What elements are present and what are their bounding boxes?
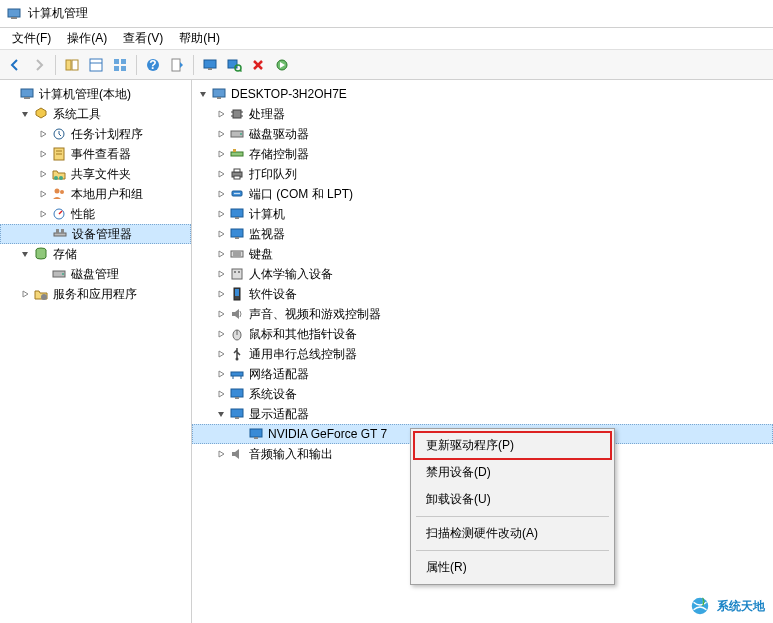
chevron-right-icon[interactable]	[214, 287, 228, 301]
tree-root-computer-mgmt[interactable]: 计算机管理(本地)	[0, 84, 191, 104]
tree-event-viewer[interactable]: 事件查看器	[0, 144, 191, 164]
menu-action[interactable]: 操作(A)	[59, 28, 115, 49]
chevron-right-icon[interactable]	[214, 247, 228, 261]
cat-storage-ctrl[interactable]: 存储控制器	[192, 144, 773, 164]
display-adapter-icon	[229, 406, 245, 422]
svg-rect-13	[204, 60, 216, 68]
device-label: 存储控制器	[249, 146, 309, 163]
tree-label: 性能	[71, 206, 95, 223]
tiles-button[interactable]	[109, 54, 131, 76]
clock-icon	[51, 126, 67, 142]
tree-device-manager[interactable]: 设备管理器	[0, 224, 191, 244]
chevron-right-icon[interactable]	[214, 167, 228, 181]
tree-local-users[interactable]: 本地用户和组	[0, 184, 191, 204]
cat-sound[interactable]: 声音、视频和游戏控制器	[192, 304, 773, 324]
cat-print-queue[interactable]: 打印队列	[192, 164, 773, 184]
device-label: 声音、视频和游戏控制器	[249, 306, 381, 323]
chevron-right-icon[interactable]	[214, 367, 228, 381]
svg-rect-40	[233, 110, 241, 118]
svg-rect-32	[56, 229, 59, 233]
cat-ports[interactable]: 端口 (COM 和 LPT)	[192, 184, 773, 204]
cat-computers[interactable]: 计算机	[192, 204, 773, 224]
cat-network[interactable]: 网络适配器	[192, 364, 773, 384]
cat-mice[interactable]: 鼠标和其他指针设备	[192, 324, 773, 344]
chevron-right-icon[interactable]	[214, 187, 228, 201]
tree-task-scheduler[interactable]: 任务计划程序	[0, 124, 191, 144]
tree-system-tools[interactable]: 系统工具	[0, 104, 191, 124]
chevron-right-icon[interactable]	[214, 307, 228, 321]
tree-performance[interactable]: 性能	[0, 204, 191, 224]
chevron-down-icon[interactable]	[18, 247, 32, 261]
shared-folder-icon	[51, 166, 67, 182]
chevron-right-icon[interactable]	[214, 227, 228, 241]
cat-processor[interactable]: 处理器	[192, 104, 773, 124]
chevron-right-icon[interactable]	[214, 347, 228, 361]
cat-monitors[interactable]: 监视器	[192, 224, 773, 244]
device-root[interactable]: DESKTOP-3H2OH7E	[192, 84, 773, 104]
cat-software-dev[interactable]: 软件设备	[192, 284, 773, 304]
help-button[interactable]: ?	[142, 54, 164, 76]
cat-keyboards[interactable]: 键盘	[192, 244, 773, 264]
cat-display-adapters[interactable]: 显示适配器	[192, 404, 773, 424]
hdd-icon	[229, 126, 245, 142]
chevron-down-icon[interactable]	[196, 87, 210, 101]
port-icon	[229, 186, 245, 202]
ctx-disable-device[interactable]: 禁用设备(D)	[414, 459, 611, 486]
back-button[interactable]	[4, 54, 26, 76]
system-tools-icon	[33, 106, 49, 122]
tree-disk-mgmt[interactable]: 磁盘管理	[0, 264, 191, 284]
chevron-right-icon[interactable]	[214, 387, 228, 401]
chevron-down-icon[interactable]	[18, 107, 32, 121]
tree-storage[interactable]: 存储	[0, 244, 191, 264]
chevron-right-icon[interactable]	[36, 167, 50, 181]
chevron-right-icon[interactable]	[214, 207, 228, 221]
toolbar: ?	[0, 50, 773, 80]
chevron-right-icon[interactable]	[36, 127, 50, 141]
enable-button[interactable]	[271, 54, 293, 76]
ctx-scan-hardware[interactable]: 扫描检测硬件改动(A)	[414, 520, 611, 547]
cat-system-dev[interactable]: 系统设备	[192, 384, 773, 404]
uninstall-button[interactable]	[247, 54, 269, 76]
tree-shared-folders[interactable]: 共享文件夹	[0, 164, 191, 184]
cat-hid[interactable]: 人体学输入设备	[192, 264, 773, 284]
chevron-right-icon[interactable]	[18, 287, 32, 301]
svg-rect-76	[231, 409, 243, 417]
app-icon	[6, 6, 22, 22]
svg-point-53	[234, 193, 236, 195]
chevron-right-icon[interactable]	[214, 127, 228, 141]
menu-help[interactable]: 帮助(H)	[171, 28, 228, 49]
device-label: 打印队列	[249, 166, 297, 183]
chevron-right-icon[interactable]	[214, 107, 228, 121]
show-hide-tree-button[interactable]	[61, 54, 83, 76]
svg-rect-56	[231, 209, 243, 217]
ctx-properties[interactable]: 属性(R)	[414, 554, 611, 581]
tree-services-apps[interactable]: 服务和应用程序	[0, 284, 191, 304]
menu-file[interactable]: 文件(F)	[4, 28, 59, 49]
chevron-right-icon[interactable]	[36, 187, 50, 201]
cat-usb[interactable]: 通用串行总线控制器	[192, 344, 773, 364]
scan-hardware-button[interactable]	[223, 54, 245, 76]
chevron-down-icon[interactable]	[214, 407, 228, 421]
chevron-right-icon[interactable]	[214, 147, 228, 161]
monitor-icon[interactable]	[199, 54, 221, 76]
tree-label: 服务和应用程序	[53, 286, 137, 303]
svg-point-36	[62, 273, 64, 275]
ctx-uninstall-device[interactable]: 卸载设备(U)	[414, 486, 611, 513]
properties-button[interactable]	[85, 54, 107, 76]
menu-view[interactable]: 查看(V)	[115, 28, 171, 49]
action-button[interactable]	[166, 54, 188, 76]
forward-button[interactable]	[28, 54, 50, 76]
pc-icon	[229, 206, 245, 222]
chevron-right-icon[interactable]	[214, 327, 228, 341]
device-label: 显示适配器	[249, 406, 309, 423]
svg-rect-2	[66, 60, 71, 70]
svg-rect-51	[234, 176, 240, 179]
chevron-right-icon[interactable]	[214, 267, 228, 281]
chevron-right-icon[interactable]	[214, 447, 228, 461]
left-tree-pane[interactable]: 计算机管理(本地) 系统工具 任务计划程序 事件查看器 共享文件夹	[0, 80, 192, 623]
computer-mgmt-icon	[19, 86, 35, 102]
ctx-update-driver[interactable]: 更新驱动程序(P)	[414, 432, 611, 459]
chevron-right-icon[interactable]	[36, 207, 50, 221]
cat-disk-drives[interactable]: 磁盘驱动器	[192, 124, 773, 144]
chevron-right-icon[interactable]	[36, 147, 50, 161]
